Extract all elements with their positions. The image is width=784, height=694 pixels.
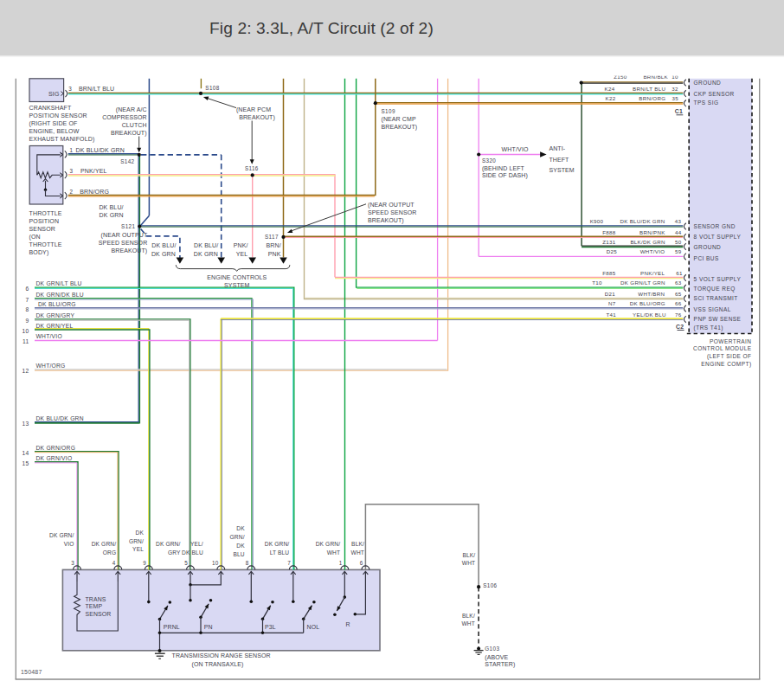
svg-text:(TRS T41): (TRS T41) bbox=[694, 325, 723, 331]
svg-text:DK BLU/: DK BLU/ bbox=[194, 242, 218, 248]
svg-text:9: 9 bbox=[26, 318, 29, 324]
svg-text:DK BLU/: DK BLU/ bbox=[99, 204, 123, 210]
svg-text:2: 2 bbox=[69, 189, 73, 195]
svg-text:PNP SW SENSE: PNP SW SENSE bbox=[694, 316, 742, 322]
svg-text:PN: PN bbox=[204, 624, 213, 630]
svg-text:K22: K22 bbox=[606, 95, 616, 101]
svg-text:DK GRN: DK GRN bbox=[194, 251, 218, 257]
svg-text:DK GRN/: DK GRN/ bbox=[49, 532, 74, 538]
svg-text:PNK/YEL: PNK/YEL bbox=[80, 168, 107, 174]
svg-text:C1: C1 bbox=[675, 108, 683, 114]
svg-text:THROTTLE: THROTTLE bbox=[29, 210, 62, 216]
svg-text:DK GRN/DK BLU: DK GRN/DK BLU bbox=[36, 292, 84, 298]
svg-text:(LEFT SIDE OF: (LEFT SIDE OF bbox=[707, 353, 752, 360]
svg-text:WHT/VIO: WHT/VIO bbox=[36, 333, 62, 339]
svg-text:GRY: GRY bbox=[168, 549, 181, 556]
svg-text:59: 59 bbox=[675, 248, 682, 254]
svg-text:3: 3 bbox=[71, 560, 74, 566]
svg-text:DK BLU/DK GRN: DK BLU/DK GRN bbox=[36, 415, 84, 421]
svg-text:WHT/BRN: WHT/BRN bbox=[638, 291, 665, 297]
svg-text:8: 8 bbox=[26, 306, 29, 312]
svg-text:8: 8 bbox=[246, 560, 249, 566]
svg-text:DK BLU/: DK BLU/ bbox=[151, 242, 176, 248]
svg-text:DK GRN/YEL: DK GRN/YEL bbox=[36, 323, 74, 329]
svg-text:DK GRN/LT BLU: DK GRN/LT BLU bbox=[36, 280, 82, 286]
svg-text:DK GRN/LT GRN: DK GRN/LT GRN bbox=[620, 280, 665, 286]
svg-text:DK GRN/ORG: DK GRN/ORG bbox=[36, 445, 76, 451]
svg-text:3: 3 bbox=[68, 86, 72, 92]
svg-text:ORG: ORG bbox=[103, 549, 116, 556]
svg-text:PNK/: PNK/ bbox=[234, 242, 248, 248]
svg-text:SENSOR GND: SENSOR GND bbox=[694, 223, 736, 229]
svg-text:S121: S121 bbox=[121, 223, 135, 229]
svg-text:DK GRN/: DK GRN/ bbox=[265, 541, 290, 547]
svg-text:S109: S109 bbox=[382, 108, 395, 114]
svg-text:(RIGHT SIDE OF: (RIGHT SIDE OF bbox=[29, 120, 78, 127]
svg-text:DK GRN/VIO: DK GRN/VIO bbox=[36, 455, 73, 461]
svg-text:ENGINE COMPT): ENGINE COMPT) bbox=[701, 361, 751, 368]
svg-text:BLK/: BLK/ bbox=[462, 552, 475, 558]
svg-text:COMPRESSOR: COMPRESSOR bbox=[102, 114, 147, 120]
svg-text:BLK/: BLK/ bbox=[462, 613, 475, 619]
svg-text:DK GRN/: DK GRN/ bbox=[316, 541, 341, 547]
svg-text:PCI BUS: PCI BUS bbox=[694, 255, 719, 261]
svg-text:DK: DK bbox=[236, 525, 245, 531]
svg-text:POWERTRAIN: POWERTRAIN bbox=[710, 338, 751, 344]
svg-text:BLK/: BLK/ bbox=[351, 541, 364, 547]
svg-text:S320: S320 bbox=[482, 157, 496, 164]
svg-text:(BEHIND LEFT: (BEHIND LEFT bbox=[482, 165, 525, 172]
svg-text:S142: S142 bbox=[120, 158, 134, 164]
svg-text:CRANKSHAFT: CRANKSHAFT bbox=[29, 105, 73, 111]
svg-text:(NEAR A/C: (NEAR A/C bbox=[116, 106, 147, 113]
svg-text:DK: DK bbox=[136, 530, 145, 536]
svg-text:BRN/PNK: BRN/PNK bbox=[639, 229, 665, 235]
svg-text:GROUND: GROUND bbox=[694, 244, 722, 250]
svg-text:(ON TRANSAXLE): (ON TRANSAXLE) bbox=[192, 661, 244, 668]
svg-text:SPEED SENSOR: SPEED SENSOR bbox=[368, 209, 416, 215]
svg-text:TRANSMISSION RANGE SENSOR: TRANSMISSION RANGE SENSOR bbox=[172, 652, 271, 659]
svg-text:63: 63 bbox=[675, 280, 682, 286]
svg-text:DK GRN/: DK GRN/ bbox=[156, 541, 181, 547]
svg-text:8 VOLT SUPPLY: 8 VOLT SUPPLY bbox=[694, 234, 742, 240]
svg-text:BREAKOUT): BREAKOUT) bbox=[239, 114, 275, 121]
svg-text:10: 10 bbox=[22, 328, 29, 334]
svg-text:1: 1 bbox=[339, 560, 343, 566]
svg-text:SPEED SENSOR: SPEED SENSOR bbox=[99, 240, 147, 246]
svg-text:BODY): BODY) bbox=[29, 249, 49, 256]
svg-text:SCI TRANSMIT: SCI TRANSMIT bbox=[694, 295, 738, 301]
svg-text:9: 9 bbox=[143, 560, 146, 566]
svg-text:BRN/: BRN/ bbox=[266, 242, 280, 248]
svg-text:T41: T41 bbox=[606, 312, 616, 318]
svg-text:GRN/: GRN/ bbox=[129, 538, 144, 544]
svg-text:CLUTCH: CLUTCH bbox=[122, 122, 147, 128]
svg-text:DK GRN/: DK GRN/ bbox=[92, 541, 117, 547]
svg-text:7: 7 bbox=[287, 560, 291, 566]
svg-text:(ON: (ON bbox=[29, 234, 41, 241]
svg-text:WHT: WHT bbox=[327, 549, 340, 556]
svg-text:BREAKOUT): BREAKOUT) bbox=[368, 217, 404, 224]
svg-text:1: 1 bbox=[69, 147, 73, 153]
svg-text:R: R bbox=[346, 621, 350, 627]
svg-text:61: 61 bbox=[676, 270, 683, 276]
svg-text:NOL: NOL bbox=[307, 624, 320, 630]
svg-text:N7: N7 bbox=[608, 300, 616, 306]
svg-text:D25: D25 bbox=[607, 248, 618, 254]
svg-text:YEL: YEL bbox=[236, 251, 248, 257]
svg-text:(NEAR OUTPUT: (NEAR OUTPUT bbox=[368, 202, 414, 209]
svg-text:EXHAUST MANIFOLD): EXHAUST MANIFOLD) bbox=[29, 136, 95, 143]
svg-text:WHT: WHT bbox=[461, 620, 474, 627]
svg-text:VIO: VIO bbox=[64, 541, 74, 547]
svg-text:4: 4 bbox=[112, 560, 116, 566]
svg-text:BREAKOUT): BREAKOUT) bbox=[112, 247, 148, 254]
svg-text:5: 5 bbox=[184, 560, 188, 566]
svg-text:YEL/DK BLU: YEL/DK BLU bbox=[633, 312, 666, 318]
svg-text:35: 35 bbox=[672, 95, 679, 101]
svg-text:PNK/YEL: PNK/YEL bbox=[640, 270, 665, 276]
svg-text:ENGINE CONTROLS: ENGINE CONTROLS bbox=[207, 274, 267, 280]
svg-text:DK BLU/DK GRN: DK BLU/DK GRN bbox=[620, 218, 665, 224]
svg-text:PRNL: PRNL bbox=[164, 624, 180, 630]
svg-text:WHT/VIO: WHT/VIO bbox=[640, 248, 665, 254]
svg-text:DK BLU/DK GRN: DK BLU/DK GRN bbox=[76, 147, 125, 153]
svg-text:SYSTEM: SYSTEM bbox=[549, 167, 574, 173]
svg-text:43: 43 bbox=[675, 218, 682, 224]
